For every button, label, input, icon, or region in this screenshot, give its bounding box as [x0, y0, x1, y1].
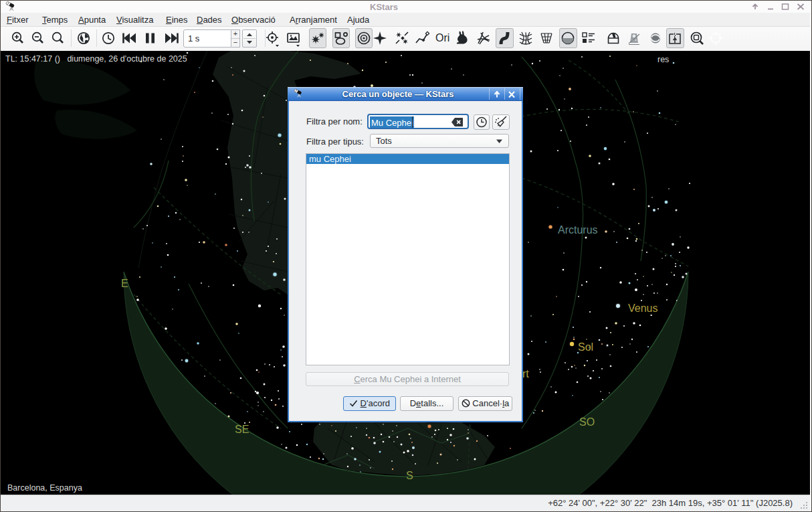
svg-text:rt: rt	[522, 368, 529, 379]
svg-text:SE: SE	[235, 424, 249, 435]
svg-text:Venus: Venus	[628, 303, 657, 314]
svg-text:Ori: Ori	[435, 32, 449, 44]
svg-text:S: S	[406, 470, 413, 481]
svg-text:E: E	[121, 278, 128, 289]
svg-text:Arcturus: Arcturus	[558, 224, 598, 236]
svg-text:Sol: Sol	[578, 341, 593, 353]
svg-text:SO: SO	[579, 416, 595, 428]
